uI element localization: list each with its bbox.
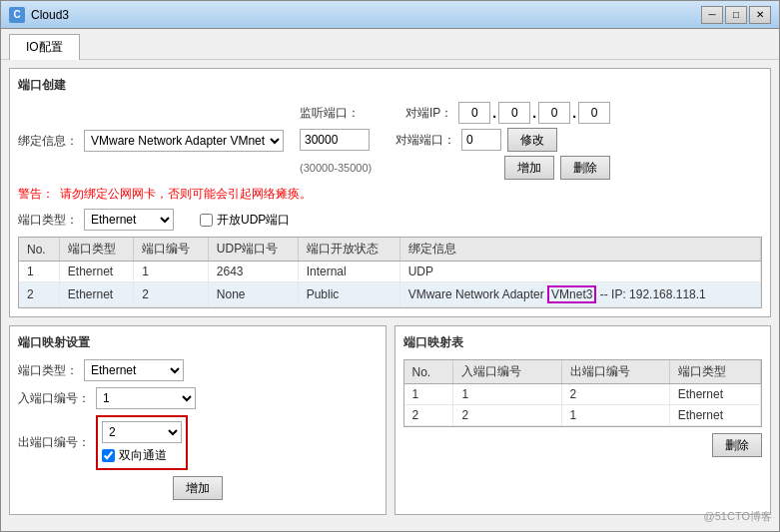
table-row[interactable]: 1 Ethernet 1 2643 Internal UDP [19, 262, 761, 282]
port-table-header-row: No. 端口类型 端口编号 UDP端口号 端口开放状态 绑定信息 [19, 238, 761, 262]
udp-label: 开放UDP端口 [217, 212, 290, 229]
delete-port-button[interactable]: 删除 [560, 156, 610, 180]
map-port-type-row: 端口类型： Ethernet [18, 359, 378, 381]
binding-adapter: VMware Network Adapter [408, 287, 547, 301]
warning-message: 请勿绑定公网网卡，否则可能会引起网络瘫痪。 [60, 186, 312, 203]
remote-ip-octet4[interactable] [578, 102, 610, 124]
remote-ip-label: 对端IP： [405, 105, 452, 122]
row1-no: 1 [19, 262, 59, 282]
table-row[interactable]: 2 2 1 Ethernet [404, 405, 761, 426]
window-title: Cloud3 [31, 8, 701, 22]
tab-io-config[interactable]: IO配置 [9, 34, 80, 60]
row2-no: 2 [19, 282, 59, 307]
port-mapping-settings-panel: 端口映射设置 端口类型： Ethernet 入端口编号： 12 出端口编号： 2… [9, 325, 387, 515]
close-button[interactable]: ✕ [749, 6, 771, 24]
out-port-label: 出端口编号： [18, 434, 90, 451]
warning-row: 警告： 请勿绑定公网网卡，否则可能会引起网络瘫痪。 [18, 186, 762, 203]
udp-checkbox-label: 开放UDP端口 [200, 212, 290, 229]
watermark: @51CTO博客 [704, 509, 772, 524]
table-row[interactable]: 2 Ethernet 2 None Public VMware Network … [19, 282, 761, 307]
add-port-button[interactable]: 增加 [504, 156, 554, 180]
col-udp-port: UDP端口号 [208, 238, 298, 262]
port-type-label: 端口类型： [18, 212, 78, 229]
port-type-row: 端口类型： Ethernet 开放UDP端口 [18, 209, 762, 231]
port-creation-panel: 端口创建 绑定信息： VMware Network Adapter VMnet3… [9, 68, 771, 317]
map-col-no: No. [404, 360, 453, 384]
modify-button[interactable]: 修改 [507, 128, 557, 152]
remote-port-label: 对端端口： [395, 132, 455, 149]
binding-select[interactable]: VMware Network Adapter VMnet3 -- IP: 192… [84, 130, 284, 152]
main-window: C Cloud3 ─ □ ✕ IO配置 端口创建 绑定信息： VMware Ne… [0, 0, 780, 532]
col-port-type: 端口类型 [59, 238, 134, 262]
in-port-row: 入端口编号： 12 [18, 387, 378, 409]
row1-status: Internal [298, 262, 399, 282]
binding-ip: -- IP: 192.168.118.1 [596, 287, 705, 301]
in-port-label: 入端口编号： [18, 390, 90, 407]
remote-ip-octet3[interactable] [538, 102, 570, 124]
map-row2-out: 1 [561, 405, 669, 426]
port-creation-title: 端口创建 [18, 77, 762, 94]
title-bar: C Cloud3 ─ □ ✕ [1, 1, 779, 29]
map-row2-in: 2 [453, 405, 561, 426]
map-row1-no: 1 [404, 384, 453, 405]
row2-number: 2 [134, 282, 209, 307]
maximize-button[interactable]: □ [725, 6, 747, 24]
remote-port-input[interactable] [461, 129, 501, 151]
binding-vmnet-highlight: VMnet3 [547, 285, 596, 303]
map-row2-no: 2 [404, 405, 453, 426]
row1-type: Ethernet [59, 262, 134, 282]
main-content: 端口创建 绑定信息： VMware Network Adapter VMnet3… [1, 60, 779, 531]
delete-mapping-button[interactable]: 删除 [712, 433, 762, 457]
col-port-status: 端口开放状态 [298, 238, 399, 262]
row2-udp: None [208, 282, 298, 307]
port-mapping-settings-title: 端口映射设置 [18, 334, 378, 351]
add-mapping-button[interactable]: 增加 [173, 476, 223, 500]
row1-binding: UDP [399, 262, 760, 282]
port-mapping-table-title: 端口映射表 [403, 334, 763, 351]
mapping-table: No. 入端口编号 出端口编号 端口类型 1 1 2 Ether [404, 360, 762, 426]
warning-label: 警告： [18, 186, 54, 203]
remote-ip-group: . . . [458, 102, 610, 124]
map-port-type-select[interactable]: Ethernet [84, 359, 184, 381]
row2-status: Public [298, 282, 399, 307]
minimize-button[interactable]: ─ [701, 6, 723, 24]
map-row1-in: 1 [453, 384, 561, 405]
col-port-number: 端口编号 [134, 238, 209, 262]
hint-text: (30000-35000) [300, 162, 372, 174]
out-port-outline: 21 双向通道 [96, 415, 188, 470]
table-row[interactable]: 1 1 2 Ethernet [404, 384, 761, 405]
map-col-out: 出端口编号 [561, 360, 669, 384]
window-icon: C [9, 7, 25, 23]
out-port-row: 出端口编号： 21 双向通道 [18, 415, 378, 470]
remote-ip-octet2[interactable] [498, 102, 530, 124]
bidirect-checkbox[interactable] [102, 449, 115, 462]
mapping-table-container: No. 入端口编号 出端口编号 端口类型 1 1 2 Ether [403, 359, 763, 427]
col-no: No. [19, 238, 59, 262]
row1-number: 1 [134, 262, 209, 282]
udp-checkbox[interactable] [200, 214, 213, 227]
out-port-select[interactable]: 21 [102, 421, 182, 443]
map-row2-type: Ethernet [669, 405, 760, 426]
row1-udp: 2643 [208, 262, 298, 282]
col-binding-info: 绑定信息 [399, 238, 760, 262]
mapping-table-header-row: No. 入端口编号 出端口编号 端口类型 [404, 360, 761, 384]
binding-label: 绑定信息： [18, 133, 78, 150]
bottom-panels: 端口映射设置 端口类型： Ethernet 入端口编号： 12 出端口编号： 2… [9, 325, 771, 515]
bidirect-label-row: 双向通道 [102, 447, 182, 464]
binding-row: 绑定信息： VMware Network Adapter VMnet3 -- I… [18, 102, 762, 180]
map-port-type-label: 端口类型： [18, 362, 78, 379]
map-col-in: 入端口编号 [453, 360, 561, 384]
row2-binding: VMware Network Adapter VMnet3 -- IP: 192… [399, 282, 760, 307]
add-mapping-row: 增加 [18, 476, 378, 500]
remote-ip-octet1[interactable] [458, 102, 490, 124]
row2-type: Ethernet [59, 282, 134, 307]
listen-port-input[interactable] [300, 129, 370, 151]
map-row1-type: Ethernet [669, 384, 760, 405]
title-buttons: ─ □ ✕ [701, 6, 771, 24]
port-table: No. 端口类型 端口编号 UDP端口号 端口开放状态 绑定信息 1 Ether… [19, 238, 761, 307]
port-mapping-table-panel: 端口映射表 No. 入端口编号 出端口编号 端口类型 [394, 325, 772, 515]
port-type-select[interactable]: Ethernet [84, 209, 174, 231]
port-table-container: No. 端口类型 端口编号 UDP端口号 端口开放状态 绑定信息 1 Ether… [18, 237, 762, 308]
tab-bar: IO配置 [1, 29, 779, 60]
in-port-select[interactable]: 12 [96, 387, 196, 409]
